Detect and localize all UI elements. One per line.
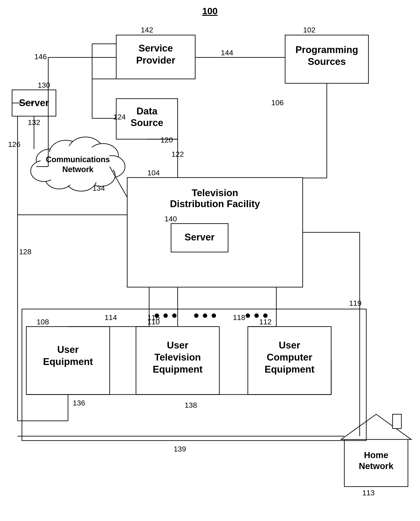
ref-118: 118: [233, 313, 245, 322]
user-computer-label-3: Equipment: [264, 364, 315, 374]
ref-120: 120: [161, 136, 173, 144]
dot-1: [155, 313, 159, 318]
ref-142: 142: [141, 26, 153, 34]
user-computer-label-1: User: [279, 340, 300, 351]
dot-4: [194, 313, 198, 318]
ref-104: 104: [147, 169, 160, 177]
ref-136: 136: [73, 399, 85, 407]
ref-106: 106: [271, 98, 284, 107]
tv-dist-label-2: Distribution Facility: [170, 198, 260, 209]
data-source-label-2: Source: [130, 117, 163, 128]
dot-3: [172, 313, 177, 318]
ref-144: 144: [221, 48, 233, 57]
user-equip-label-1: User: [57, 344, 79, 355]
ref-113: 113: [362, 489, 375, 497]
user-equip-label-2: Equipment: [43, 356, 93, 367]
data-source-label-1: Data: [136, 106, 158, 116]
prog-sources-label-2: Sources: [308, 56, 346, 67]
service-provider-label-1: Service: [139, 43, 173, 53]
user-tv-label-3: Equipment: [153, 364, 203, 374]
ref-108: 108: [37, 318, 49, 326]
dot-9: [263, 313, 268, 318]
ref-114: 114: [105, 313, 117, 322]
user-tv-label-1: User: [167, 340, 188, 351]
ref-139: 139: [174, 445, 186, 453]
ref-102: 102: [303, 26, 315, 34]
home-network-label-1: Home: [364, 450, 388, 460]
user-tv-label-2: Television: [154, 352, 201, 363]
ref-146: 146: [34, 52, 47, 61]
service-provider-label-2: Provider: [136, 55, 175, 66]
dot-8: [255, 313, 259, 318]
ref-134: 134: [93, 184, 105, 192]
ref-128: 128: [19, 248, 32, 256]
tv-dist-label-1: Television: [192, 187, 238, 198]
server-140-label: Server: [184, 232, 215, 242]
comm-network-label-2: Network: [62, 165, 94, 174]
dot-7: [246, 313, 250, 318]
prog-sources-label-1: Programming: [295, 44, 358, 55]
ref-138: 138: [185, 401, 197, 409]
dot-2: [163, 313, 168, 318]
home-network-box: Home Network 113: [341, 414, 411, 497]
diagram-container: 100 Service Provider 142 Programming Sou…: [0, 0, 420, 521]
title: 100: [202, 6, 218, 16]
communications-network-cloud: Communications Network: [31, 137, 125, 191]
dot-6: [212, 313, 216, 318]
dot-5: [203, 313, 207, 318]
user-computer-label-2: Computer: [267, 352, 312, 363]
comm-network-label-1: Communications: [46, 155, 110, 164]
svg-rect-12: [393, 414, 401, 428]
ref-112: 112: [259, 318, 272, 326]
ref-124: 124: [113, 113, 126, 121]
home-network-label-2: Network: [359, 461, 394, 471]
ref-140: 140: [165, 215, 177, 223]
ref-126: 126: [8, 140, 21, 148]
